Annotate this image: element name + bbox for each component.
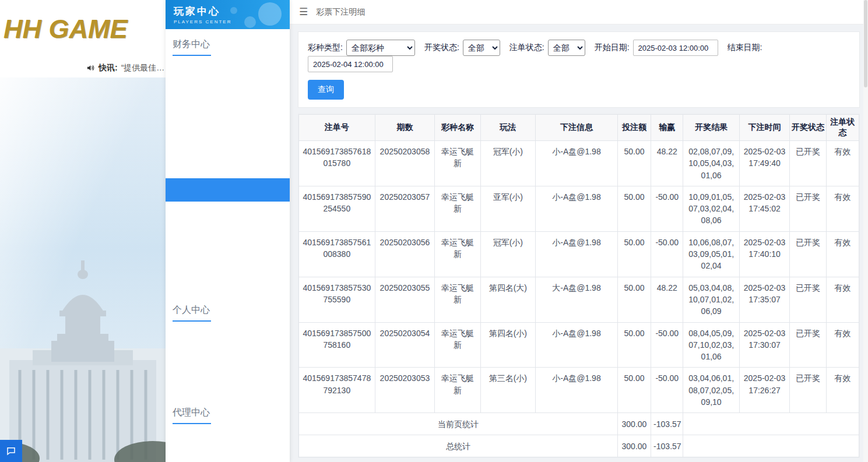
cell-order-no: 401569173857590254550 (299, 186, 375, 231)
cell-play-type: 第四名(大) (480, 277, 535, 322)
sidebar-item[interactable] (166, 225, 290, 248)
menu-toggle-icon[interactable]: ☰ (299, 6, 308, 18)
cell-order-status: 有效 (826, 368, 859, 413)
cell-draw-status: 已开奖 (790, 322, 826, 368)
sidebar-section-items (166, 430, 290, 462)
grand-total-winloss: -103.57 (651, 435, 683, 457)
order-status-label: 注单状态: (509, 43, 544, 53)
content: 彩种类型: 全部彩种 开奖状态: 全部 注单状态: 全部 开始日期: 结束日期: (290, 24, 868, 462)
logo[interactable]: HH GAME (0, 0, 166, 58)
cell-bet-info: 小-A盘@1.98 (536, 141, 618, 186)
sidebar-item[interactable] (166, 178, 290, 202)
column-header: 下注信息 (536, 115, 618, 141)
sidebar-item[interactable] (166, 108, 290, 132)
background-image (0, 77, 166, 462)
cell-bet-info: 小-A盘@1.98 (536, 368, 618, 413)
cell-lottery-name: 幸运飞艇新 (435, 322, 480, 368)
sidebar-item[interactable] (166, 430, 290, 453)
cell-period: 20250203056 (375, 231, 435, 277)
cell-draw-result: 03,04,06,01,08,07,02,05,09,10 (683, 368, 740, 413)
sidebar-section: 个人中心 (166, 295, 290, 397)
cell-order-no: 401569173857530755590 (299, 277, 375, 322)
grand-total-label: 总统计 (299, 435, 618, 457)
cell-lottery-name: 幸运飞艇新 (435, 277, 480, 322)
column-header: 开奖结果 (683, 115, 740, 141)
table-row: 401569173857561008380 20250203056 幸运飞艇新 … (299, 231, 859, 277)
page-total-winloss: -103.57 (651, 413, 683, 435)
column-header: 下注时间 (739, 115, 789, 141)
cell-order-status: 有效 (826, 141, 859, 186)
sidebar-section-items (166, 327, 290, 397)
cell-bet-amount: 50.00 (617, 322, 651, 368)
lottery-type-label: 彩种类型: (308, 43, 343, 53)
main-area: ☰ 彩票下注明细 彩种类型: 全部彩种 开奖状态: 全部 注单状态: 全部 (290, 0, 868, 462)
page-total-row: 当前页统计 300.00 -103.57 (299, 413, 859, 435)
cell-order-no: 401569173857561008380 (299, 231, 375, 277)
table-row: 401569173857500758160 20250203054 幸运飞艇新 … (299, 322, 859, 368)
sidebar-section-title: 代理中心 (166, 407, 290, 424)
cell-bet-amount: 50.00 (617, 141, 651, 186)
lottery-type-select[interactable]: 全部彩种 (346, 40, 415, 56)
column-header: 注单号 (299, 115, 375, 141)
cell-order-status: 有效 (826, 322, 859, 368)
logo-text: HH GAME (3, 14, 128, 44)
cell-draw-result: 08,04,05,09,07,10,02,03,01,06 (683, 322, 740, 368)
sidebar-item[interactable] (166, 62, 290, 85)
chat-widget-button[interactable] (0, 440, 22, 462)
sidebar-header: 玩家中心 PLAYERS CENTER (166, 0, 290, 29)
sidebar-item[interactable] (166, 351, 290, 374)
sidebar-section: 代理中心 (166, 397, 290, 462)
table-row: 401569173857590254550 20250203057 幸运飞艇新 … (299, 186, 859, 231)
cell-win-loss: -50.00 (651, 186, 683, 231)
page-total-empty (683, 413, 859, 435)
sidebar-item[interactable] (166, 248, 290, 271)
cell-bet-amount: 50.00 (617, 368, 651, 413)
cell-bet-amount: 50.00 (617, 231, 651, 277)
column-header: 投注额 (617, 115, 651, 141)
end-date-input[interactable] (308, 56, 393, 72)
cell-bet-info: 小-A盘@1.98 (536, 322, 618, 368)
draw-status-select[interactable]: 全部 (463, 40, 500, 56)
sidebar-section: 财务中心 (166, 29, 290, 295)
table-row: 401569173857478792130 20250203053 幸运飞艇新 … (299, 368, 859, 413)
decorative-bubbles (258, 2, 282, 26)
news-ticker: 快讯: “提供最佳… (0, 58, 166, 77)
sidebar-item[interactable] (166, 327, 290, 351)
cell-bet-info: 小-A盘@1.98 (536, 231, 618, 277)
sidebar-item[interactable] (166, 155, 290, 178)
cell-order-no: 401569173857478792130 (299, 368, 375, 413)
search-button[interactable]: 查询 (308, 80, 344, 100)
sidebar-section-title-text: 财务中心 (173, 38, 211, 56)
cell-order-status: 有效 (826, 186, 859, 231)
bet-table-panel: 注单号期数彩种名称玩法下注信息投注额输赢开奖结果下注时间开奖状态注单状态 401… (298, 114, 860, 458)
cell-bet-amount: 50.00 (617, 186, 651, 231)
column-header: 输赢 (651, 115, 683, 141)
cell-period: 20250203058 (375, 141, 435, 186)
order-status-select[interactable]: 全部 (548, 40, 585, 56)
cell-order-status: 有效 (826, 277, 859, 322)
start-date-input[interactable] (633, 40, 718, 56)
sidebar-item[interactable] (166, 85, 290, 108)
topbar: ☰ 彩票下注明细 (290, 0, 868, 24)
bet-table: 注单号期数彩种名称玩法下注信息投注额输赢开奖结果下注时间开奖状态注单状态 401… (298, 114, 859, 457)
cell-lottery-name: 幸运飞艇新 (435, 368, 480, 413)
sidebar-item[interactable] (166, 202, 290, 225)
sidebar-item[interactable] (166, 453, 290, 462)
page: HH GAME 快讯: “提供最佳… (0, 0, 868, 462)
cell-win-loss: -50.00 (651, 322, 683, 368)
cell-order-status: 有效 (826, 231, 859, 277)
sidebar-item[interactable] (166, 374, 290, 397)
cell-period: 20250203054 (375, 322, 435, 368)
sidebar-item[interactable] (166, 271, 290, 295)
scrollbar-thumb[interactable] (864, 0, 867, 87)
cell-bet-info: 大-A盘@1.98 (536, 277, 618, 322)
sidebar-item[interactable] (166, 132, 290, 155)
cell-bet-amount: 50.00 (617, 277, 651, 322)
speaker-icon (86, 64, 95, 72)
scrollbar-track[interactable] (863, 0, 868, 462)
cell-order-no: 401569173857500758160 (299, 322, 375, 368)
ticker-text: “提供最佳… (121, 63, 165, 73)
cell-play-type: 冠军(小) (480, 231, 535, 277)
cell-draw-status: 已开奖 (790, 231, 826, 277)
cell-bet-time: 2025-02-03 17:26:27 (739, 368, 789, 413)
